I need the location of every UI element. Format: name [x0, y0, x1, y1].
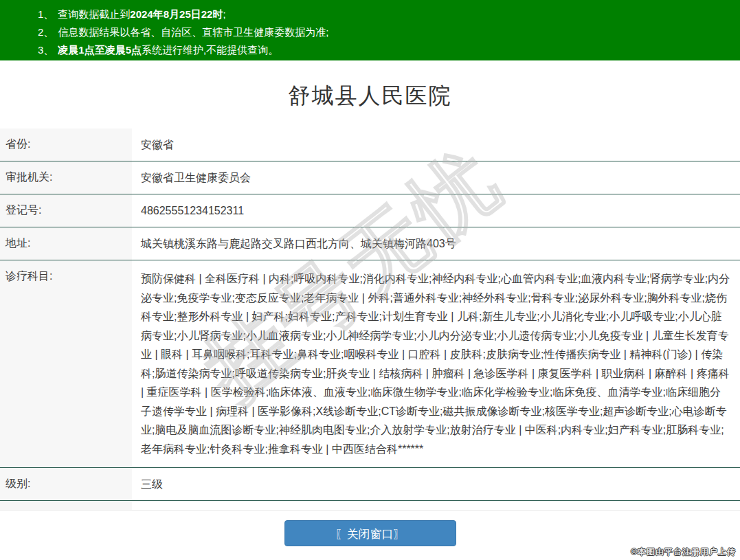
row-value: 城关镇桃溪东路与鹿起路交叉路口西北方向、城关镇梅河路403号	[132, 227, 740, 260]
notice-2-number: 2、	[38, 26, 54, 38]
table-row-address: 地址: 城关镇桃溪东路与鹿起路交叉路口西北方向、城关镇梅河路403号	[0, 227, 740, 260]
row-label: 地址:	[0, 227, 132, 260]
table-row-approval-authority: 审批机关: 安徽省卫生健康委员会	[0, 161, 740, 194]
uploader-watermark: ©本图由平台注册用户上传	[631, 546, 736, 558]
notice-2-text: 信息数据结果以各省、自治区、直辖市卫生健康委数据为准;	[58, 26, 328, 38]
notice-bar: 1、查询数据截止到2024年8月25日22时; 2、信息数据结果以各省、自治区、…	[0, 0, 740, 60]
notice-1-text: 查询数据截止到	[58, 8, 130, 20]
table-row-province: 省份: 安徽省	[0, 128, 740, 161]
hospital-info-table: 省份: 安徽省 审批机关: 安徽省卫生健康委员会 登记号: 4862555123…	[0, 128, 740, 511]
hospital-detail-page: 1、查询数据截止到2024年8月25日22时; 2、信息数据结果以各省、自治区、…	[0, 0, 740, 560]
stub-label-cell	[0, 501, 132, 510]
row-value: 预防保健科 | 全科医疗科 | 内科;呼吸内科专业;消化内科专业;神经内科专业;…	[132, 260, 740, 467]
table-row-departments: 诊疗科目: 预防保健科 | 全科医疗科 | 内科;呼吸内科专业;消化内科专业;神…	[0, 260, 740, 468]
button-row: 〖关闭窗口〗	[0, 520, 740, 546]
table-row-level: 级别: 三级	[0, 468, 740, 501]
table-row-stub	[0, 501, 740, 511]
row-label: 登记号:	[0, 194, 132, 227]
notice-line-1: 1、查询数据截止到2024年8月25日22时;	[38, 5, 733, 23]
notice-3-bold: 凌晨1点至凌晨5点	[58, 44, 142, 56]
notice-1-number: 1、	[38, 8, 54, 20]
row-value: 三级	[132, 468, 740, 500]
row-label: 级别:	[0, 468, 132, 500]
table-row-registration-number: 登记号: 48625551234152311	[0, 194, 740, 227]
page-title: 舒城县人民医院	[0, 81, 740, 111]
row-value: 安徽省卫生健康委员会	[132, 161, 740, 194]
close-window-button[interactable]: 〖关闭窗口〗	[284, 520, 456, 546]
row-value: 48625551234152311	[132, 194, 740, 227]
row-label: 审批机关:	[0, 161, 132, 194]
notice-1-bold: 2024年8月25日22时	[130, 8, 223, 20]
notice-line-3: 3、凌晨1点至凌晨5点系统进行维护,不能提供查询。	[38, 41, 733, 59]
stub-value-cell	[132, 501, 740, 510]
notice-line-2: 2、信息数据结果以各省、自治区、直辖市卫生健康委数据为准;	[38, 23, 733, 41]
row-value: 安徽省	[132, 128, 740, 161]
row-label: 诊疗科目:	[0, 260, 132, 467]
notice-1-post: ;	[223, 8, 225, 20]
notice-3-number: 3、	[38, 44, 54, 56]
row-label: 省份:	[0, 128, 132, 161]
notice-3-post: 系统进行维护,不能提供查询。	[142, 44, 278, 56]
